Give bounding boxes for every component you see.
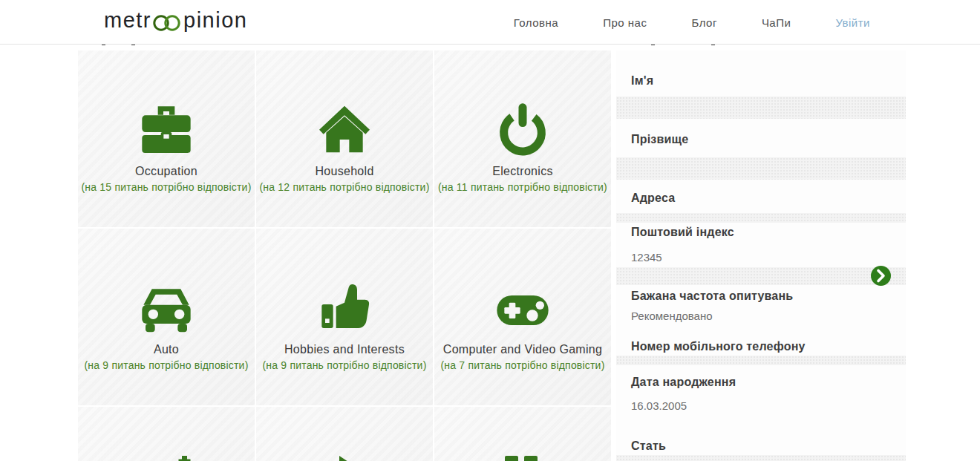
survey-card-grid: Occupation (на 15 питань потрібно відпов…	[78, 50, 611, 461]
card-subtitle: (на 9 питань потрібно відповісти)	[256, 359, 433, 371]
card-title: Auto	[78, 343, 255, 356]
profile-field-row[interactable]: Стать	[616, 428, 906, 461]
car-icon	[137, 278, 196, 337]
profile-field-label: Бажана частота опитувань	[616, 290, 906, 303]
card-subtitle: (на 9 питань потрібно відповісти)	[78, 359, 255, 371]
card-title: Occupation	[78, 165, 255, 178]
profile-field-label: Прізвище	[616, 133, 906, 146]
profile-field-row[interactable]: Ім'я	[616, 50, 906, 119]
card-subtitle: (на 7 питань потрібно відповісти)	[434, 359, 611, 371]
plus-icon	[137, 456, 196, 461]
thumbs-up-icon	[315, 278, 374, 337]
card-title: Computer and Video Gaming	[434, 343, 611, 356]
main-nav: ГоловнаПро насБлогЧаПиУвійти	[514, 0, 870, 45]
profile-field-label: Дата народження	[616, 376, 906, 389]
card-title: Electronics	[434, 165, 611, 178]
logo-text-left: metr	[104, 8, 151, 33]
survey-card[interactable]: Electronics (на 11 питань потрібно відпо…	[434, 50, 611, 227]
nav-link[interactable]: Увійти	[835, 16, 870, 29]
card-subtitle: (на 11 питань потрібно відповісти)	[434, 181, 611, 193]
nav-link[interactable]: ЧаПи	[762, 16, 791, 29]
logo-text-right: pinion	[183, 8, 247, 33]
card-subtitle: (на 12 питань потрібно відповісти)	[256, 181, 433, 193]
survey-card[interactable]	[256, 407, 433, 461]
card-title: Household	[256, 165, 433, 178]
profile-field-row[interactable]: Поштовий індекс 12345	[616, 223, 906, 285]
profile-field-label: Ім'я	[616, 74, 906, 88]
profile-field-row[interactable]: Дата народження 16.03.2005	[616, 365, 906, 428]
profile-field-label: Номер мобільного телефону	[616, 340, 906, 353]
bars-icon	[493, 456, 552, 461]
profile-field-label: Стать	[616, 439, 906, 453]
profile-field-label: Адреса	[616, 192, 906, 205]
profile-field-row[interactable]: Прізвище	[616, 119, 906, 180]
card-subtitle: (на 15 питань потрібно відповісти)	[78, 181, 255, 193]
profile-field-row[interactable]: Адреса	[616, 180, 906, 223]
chevron-right-icon	[871, 266, 891, 286]
metroopinion-logo[interactable]: metr pinion	[104, 8, 247, 33]
nav-link[interactable]: Головна	[514, 16, 559, 29]
profile-field-value: 12345	[616, 251, 906, 264]
cursor-icon	[315, 456, 374, 461]
survey-card[interactable]: Hobbies and Interests (на 9 питань потрі…	[256, 229, 433, 405]
profile-field-row[interactable]: Бажана частота опитувань Рекомендовано	[616, 285, 906, 339]
nav-link[interactable]: Блог	[691, 16, 716, 29]
briefcase-icon	[137, 99, 196, 159]
survey-card[interactable]: Computer and Video Gaming (на 7 питань п…	[434, 229, 611, 405]
power-icon	[493, 99, 552, 159]
profile-panel: Ім'я Прізвище Адреса Поштовий індекс 123…	[616, 50, 906, 461]
profile-field-value: Рекомендовано	[616, 310, 906, 322]
nav-link[interactable]: Про нас	[603, 16, 647, 29]
profile-field-label: Поштовий індекс	[616, 226, 906, 239]
profile-field-value: 16.03.2005	[616, 399, 906, 412]
interlocking-rings-icon	[151, 12, 184, 32]
gamepad-icon	[493, 278, 552, 337]
house-icon	[315, 99, 374, 159]
top-nav-bar: metr pinion ГоловнаПро насБлогЧаПиУвійти	[0, 0, 980, 45]
survey-card[interactable]	[78, 407, 255, 461]
survey-card[interactable]: Occupation (на 15 питань потрібно відпов…	[78, 50, 255, 227]
profile-rows: Ім'я Прізвище Адреса Поштовий індекс 123…	[616, 50, 906, 461]
survey-card[interactable]	[434, 407, 611, 461]
survey-card[interactable]: Household (на 12 питань потрібно відпові…	[256, 50, 433, 227]
profile-next-button[interactable]	[871, 266, 891, 286]
profile-field-row[interactable]: Номер мобільного телефону	[616, 339, 906, 365]
card-title: Hobbies and Interests	[256, 343, 433, 356]
page: metr pinion ГоловнаПро насБлогЧаПиУвійти…	[0, 0, 980, 461]
survey-card[interactable]: Auto (на 9 питань потрібно відповісти)	[78, 229, 255, 405]
